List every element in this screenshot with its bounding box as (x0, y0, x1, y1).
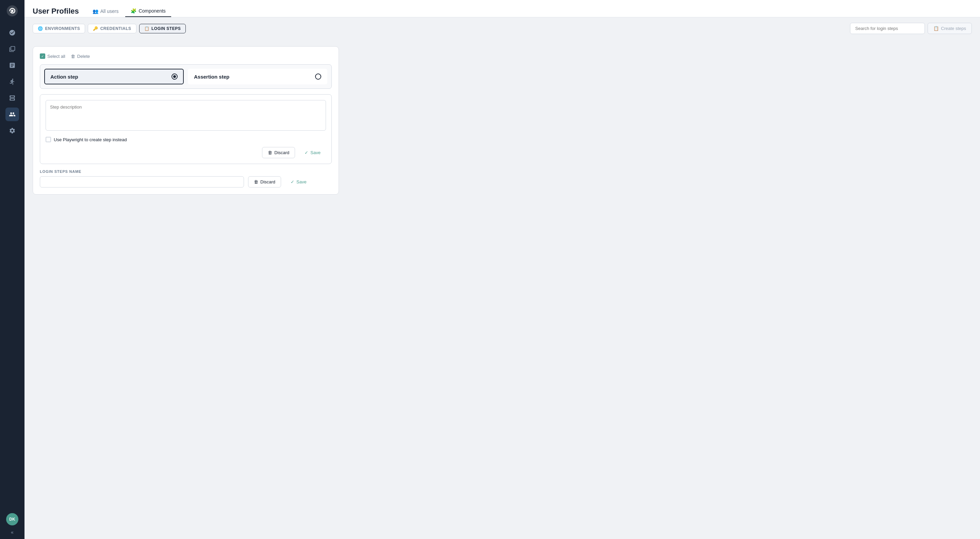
environments-icon: 🌐 (38, 26, 43, 31)
sidebar-item-library[interactable] (5, 42, 19, 56)
sub-tab-login-steps-label: LOGIN STEPS (151, 26, 181, 31)
components-icon: 🧩 (130, 8, 137, 14)
step-type-action[interactable]: Action step (44, 69, 184, 84)
create-steps-button[interactable]: 📋 Create steps (928, 23, 972, 34)
name-save-label: Save (296, 179, 307, 184)
step-discard-label: Discard (274, 150, 289, 155)
step-save-label: Save (310, 150, 321, 155)
sub-tab-environments-label: ENVIRONMENTS (45, 26, 80, 31)
step-save-button[interactable]: ✓ Save (299, 147, 326, 158)
sidebar-item-reports[interactable] (5, 59, 19, 72)
step-discard-button[interactable]: 🗑 Discard (262, 147, 295, 158)
create-steps-label: Create steps (941, 26, 966, 31)
name-discard-button[interactable]: 🗑 Discard (248, 176, 281, 188)
sidebar-item-integrations[interactable] (5, 91, 19, 105)
sub-tab-environments[interactable]: 🌐 ENVIRONMENTS (33, 24, 85, 33)
main-content: User Profiles 👥 All users 🧩 Components 🌐… (24, 0, 980, 539)
assertion-step-radio[interactable] (315, 73, 321, 79)
step-description-input[interactable] (46, 100, 326, 131)
name-save-check-icon: ✓ (291, 179, 294, 184)
playwright-checkbox[interactable] (46, 137, 51, 142)
content-area: ✓ Select all 🗑 Delete Action step Assert… (24, 40, 980, 539)
playwright-wrap: Use Playwright to create step instead (46, 137, 326, 142)
header-top: User Profiles 👥 All users 🧩 Components (33, 0, 972, 17)
tab-all-users[interactable]: 👥 All users (87, 6, 124, 17)
sidebar: DK « (0, 0, 24, 539)
login-steps-name-label: LOGIN STEPS NAME (40, 169, 332, 173)
sidebar-item-settings[interactable] (5, 124, 19, 137)
login-steps-name-input[interactable] (40, 176, 244, 188)
name-row: 🗑 Discard ✓ Save (40, 176, 332, 188)
svg-point-1 (11, 10, 13, 12)
sidebar-item-analytics[interactable] (5, 26, 19, 40)
sidebar-item-tests[interactable] (5, 75, 19, 89)
save-check-icon: ✓ (305, 150, 308, 155)
create-steps-icon: 📋 (933, 26, 939, 31)
playwright-label: Use Playwright to create step instead (54, 137, 127, 142)
delete-icon: 🗑 (71, 54, 75, 59)
delete-label: Delete (77, 54, 90, 59)
search-input[interactable] (850, 23, 925, 34)
step-type-selector: Action step Assertion step (40, 64, 332, 89)
discard-icon: 🗑 (268, 150, 272, 155)
name-discard-label: Discard (260, 179, 275, 184)
header: User Profiles 👥 All users 🧩 Components (24, 0, 980, 17)
all-users-icon: 👥 (92, 8, 98, 14)
sidebar-item-user-profiles[interactable] (5, 108, 19, 121)
name-save-button[interactable]: ✓ Save (285, 176, 312, 187)
credentials-icon: 🔑 (93, 26, 98, 31)
main-card: ✓ Select all 🗑 Delete Action step Assert… (33, 46, 339, 195)
login-steps-icon: 📋 (144, 26, 150, 31)
header-tabs: 👥 All users 🧩 Components (87, 5, 171, 17)
select-all-wrap[interactable]: ✓ Select all (40, 53, 65, 59)
tab-all-users-label: All users (100, 8, 119, 14)
sub-tabs-bar: 🌐 ENVIRONMENTS 🔑 CREDENTIALS 📋 LOGIN STE… (24, 17, 980, 40)
card-header: ✓ Select all 🗑 Delete (40, 53, 332, 59)
login-steps-name-section: LOGIN STEPS NAME 🗑 Discard ✓ Save (40, 169, 332, 188)
step-form-actions: 🗑 Discard ✓ Save (46, 147, 326, 158)
sidebar-logo[interactable] (5, 4, 19, 18)
search-wrap (850, 23, 925, 34)
tab-components[interactable]: 🧩 Components (125, 5, 171, 17)
step-type-assertion[interactable]: Assertion step (188, 69, 327, 84)
step-form: Use Playwright to create step instead 🗑 … (40, 94, 332, 164)
select-all-checkbox[interactable]: ✓ (40, 53, 45, 59)
delete-wrap[interactable]: 🗑 Delete (71, 54, 90, 59)
tab-components-label: Components (138, 8, 165, 14)
sub-tab-credentials[interactable]: 🔑 CREDENTIALS (88, 24, 136, 33)
sub-tab-login-steps[interactable]: 📋 LOGIN STEPS (139, 24, 186, 33)
page-title: User Profiles (33, 7, 79, 16)
name-discard-icon: 🗑 (254, 179, 258, 184)
sidebar-collapse-btn[interactable]: « (11, 529, 14, 535)
action-step-radio[interactable] (172, 73, 178, 79)
action-step-label: Action step (50, 74, 78, 79)
select-all-label: Select all (47, 54, 65, 59)
assertion-step-label: Assertion step (194, 74, 229, 79)
user-avatar[interactable]: DK (6, 513, 18, 525)
sub-tab-credentials-label: CREDENTIALS (100, 26, 131, 31)
